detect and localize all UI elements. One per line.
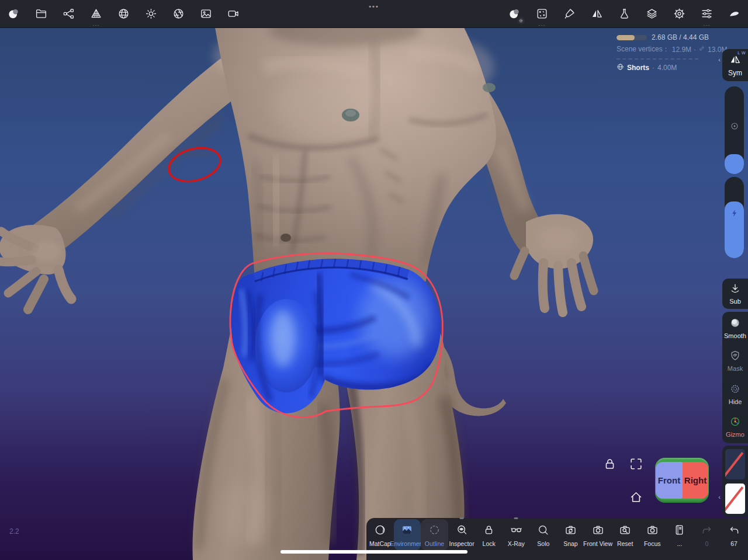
topbar-paint-brush-button[interactable] [556, 0, 583, 27]
smooth-ball-icon [729, 317, 741, 331]
topbar-scene-pyramid-button[interactable]: ··· [82, 0, 110, 27]
topbar-sliders-button[interactable]: ··· [693, 0, 721, 27]
collapse-chevron[interactable]: ‹ [718, 56, 721, 63]
multitask-indicator[interactable]: ••• [369, 3, 379, 10]
symmetry-badge: L W [737, 51, 746, 55]
toolbar-outline-button[interactable]: Outline [421, 519, 448, 551]
solo-icon [537, 524, 549, 538]
toolbar-label: ... [677, 541, 682, 547]
orientation-cube[interactable]: Front Right [655, 458, 709, 503]
toolbar-label: X-Ray [508, 541, 525, 547]
memory-bar-fill [617, 35, 635, 40]
mask-tool-button[interactable]: Mask [722, 345, 748, 377]
selected-object-vertices: 4.00M [657, 64, 677, 72]
symmetry-label: Sym [728, 69, 742, 77]
memory-text: 2.68 GB / 4.44 GB [652, 33, 709, 41]
scene-vertices-value: 12.9M [672, 46, 691, 54]
smooth-tool-button[interactable]: Smooth [722, 312, 748, 345]
collapse-chevron[interactable]: ‹ [718, 493, 721, 500]
lightning-icon [730, 201, 739, 258]
topbar-stamp-button[interactable]: ··· [528, 0, 556, 27]
topbar-nodes-button[interactable] [55, 0, 82, 27]
cube-face-right[interactable]: Right [683, 462, 708, 499]
topbar-background-image-button[interactable] [192, 0, 220, 27]
sub-tool-button[interactable]: Sub [722, 279, 748, 309]
fullscreen-button[interactable] [629, 457, 643, 471]
selected-object-row[interactable]: Shorts · 4.00M [617, 63, 716, 72]
toolbar-x-ray-button[interactable]: X-Ray [503, 519, 530, 551]
topbar-material-sphere-button[interactable] [501, 0, 528, 27]
xray-icon [510, 524, 522, 538]
dot-separator: · [652, 64, 654, 72]
texture-swatch-none[interactable] [725, 449, 745, 479]
none-slash [725, 486, 743, 514]
topbar-gear-button[interactable] [666, 0, 693, 27]
toolbar-lock-button[interactable]: Lock [475, 519, 503, 551]
topbar-symmetry-button[interactable] [583, 0, 611, 27]
lock-icon [483, 524, 495, 538]
toolbar-reset-button[interactable]: Reset [611, 519, 639, 551]
toolbar-0-button[interactable]: 0 [693, 519, 721, 551]
hide-tool-button[interactable]: Hide [722, 378, 748, 411]
memory-row: 2.68 GB / 4.44 GB [617, 33, 716, 41]
camera-icon [592, 524, 604, 538]
radius-slider[interactable] [725, 86, 744, 174]
intensity-slider-fill[interactable] [725, 201, 744, 258]
ios-home-indicator[interactable] [280, 550, 468, 554]
camera-lock-button[interactable] [602, 457, 617, 471]
topbar-nomad-logo-button[interactable] [0, 0, 27, 27]
gizmo-tool-button[interactable]: Gizmo [722, 411, 748, 443]
sub-arrow-icon [729, 283, 741, 297]
topbar-aperture-button[interactable] [165, 0, 192, 27]
memory-bar [617, 35, 647, 40]
radius-slider-handle[interactable] [725, 154, 744, 174]
topbar-smudge-button[interactable] [721, 0, 748, 27]
topbar-right-group: ······ [501, 0, 748, 27]
toolbar-snap-button[interactable]: Snap [557, 519, 584, 551]
toolbar-label: Focus [644, 541, 661, 547]
toolbar-solo-button[interactable]: Solo [530, 519, 557, 551]
tool-label: Hide [729, 398, 742, 405]
navel [280, 234, 291, 242]
symmetry-icon [729, 54, 741, 68]
book-icon [673, 524, 685, 538]
drag-caret [460, 517, 464, 519]
cube-face-front[interactable]: Front [656, 462, 683, 499]
reset-camera-icon [619, 524, 631, 538]
snap-camera-icon [565, 524, 577, 538]
selected-object-name: Shorts [627, 64, 649, 72]
outline-dashed-icon [428, 524, 441, 538]
app-version: 2.2 [9, 527, 19, 535]
more-dots: ··· [93, 23, 100, 27]
topbar-flask-button[interactable] [611, 0, 638, 27]
topbar-layers-button[interactable] [638, 0, 666, 27]
toolbar-label: Outline [425, 541, 444, 547]
topbar-video-camera-button[interactable] [220, 0, 247, 27]
intensity-slider[interactable] [725, 177, 744, 258]
toolbar-front-view-button[interactable]: Front View [584, 519, 612, 551]
color-swatch-none[interactable] [725, 484, 745, 514]
toolbar-environment-button[interactable]: Environment [394, 519, 421, 551]
toolbar-label: Lock [483, 541, 496, 547]
gizmo-icon [729, 416, 741, 430]
home-view-button[interactable] [629, 490, 643, 505]
more-dots: ··· [539, 23, 546, 27]
topbar-topology-globe-button[interactable] [110, 0, 137, 27]
matcap-icon [374, 524, 386, 538]
tool-label: Sub [729, 298, 741, 305]
symmetry-button[interactable]: Sym L W [722, 49, 748, 81]
nomad-sculpt-app: ··· ••• ······ 2.68 GB / 4.44 GB Scene v… [0, 0, 748, 560]
toolbar---button[interactable]: ... [666, 519, 694, 551]
toolbar-focus-button[interactable]: Focus [639, 519, 666, 551]
toolbar-inspector-button[interactable]: Inspector [448, 519, 476, 551]
undo-icon [728, 524, 740, 538]
topbar-folder-button[interactable] [27, 0, 55, 27]
toolbar-label: Solo [537, 541, 549, 547]
scene-stats-panel: 2.68 GB / 4.44 GB Scene vertices： 12.9M … [617, 33, 716, 72]
camera-icon [646, 524, 659, 538]
gear-badge-icon [517, 17, 525, 25]
sculpt-viewport[interactable] [0, 0, 748, 560]
toolbar-67-button[interactable]: 67 [721, 519, 748, 551]
toolbar-label: MatCap [369, 541, 391, 547]
topbar-sun-light-button[interactable] [137, 0, 165, 27]
